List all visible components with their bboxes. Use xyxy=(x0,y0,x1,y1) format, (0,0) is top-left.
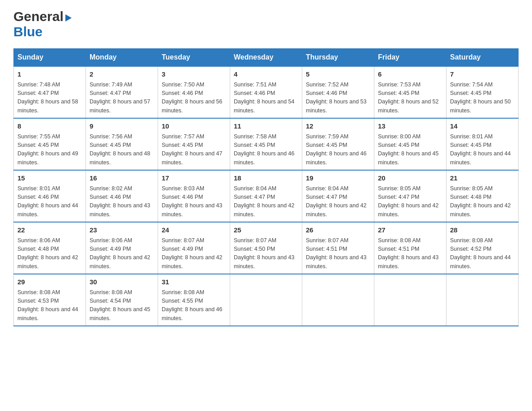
day-info: Sunrise: 8:08 AMSunset: 4:52 PMDaylight:… xyxy=(450,236,515,271)
day-info: Sunrise: 7:49 AMSunset: 4:47 PMDaylight:… xyxy=(90,81,154,116)
calendar-week-row: 8Sunrise: 7:55 AMSunset: 4:45 PMDaylight… xyxy=(14,118,519,170)
day-number: 29 xyxy=(17,277,82,287)
weekday-header-thursday: Thursday xyxy=(302,49,374,67)
day-number: 4 xyxy=(234,69,298,80)
day-info: Sunrise: 8:03 AMSunset: 4:46 PMDaylight:… xyxy=(162,184,226,219)
calendar-cell: 6Sunrise: 7:53 AMSunset: 4:45 PMDaylight… xyxy=(374,66,446,118)
day-info: Sunrise: 8:05 AMSunset: 4:47 PMDaylight:… xyxy=(378,184,442,219)
calendar-table: SundayMondayTuesdayWednesdayThursdayFrid… xyxy=(13,48,519,326)
calendar-cell: 24Sunrise: 8:07 AMSunset: 4:49 PMDayligh… xyxy=(158,222,230,274)
day-info: Sunrise: 8:01 AMSunset: 4:46 PMDaylight:… xyxy=(17,184,82,219)
calendar-cell: 13Sunrise: 8:00 AMSunset: 4:45 PMDayligh… xyxy=(374,118,446,170)
day-info: Sunrise: 8:08 AMSunset: 4:53 PMDaylight:… xyxy=(17,288,82,323)
day-info: Sunrise: 7:54 AMSunset: 4:45 PMDaylight:… xyxy=(450,81,515,116)
day-number: 14 xyxy=(450,121,515,132)
day-info: Sunrise: 7:55 AMSunset: 4:45 PMDaylight:… xyxy=(17,133,82,167)
calendar-cell: 11Sunrise: 7:58 AMSunset: 4:45 PMDayligh… xyxy=(230,118,302,170)
day-info: Sunrise: 8:07 AMSunset: 4:49 PMDaylight:… xyxy=(162,236,226,271)
calendar-cell: 20Sunrise: 8:05 AMSunset: 4:47 PMDayligh… xyxy=(374,170,446,222)
calendar-cell: 28Sunrise: 8:08 AMSunset: 4:52 PMDayligh… xyxy=(446,222,519,274)
calendar-cell: 9Sunrise: 7:56 AMSunset: 4:45 PMDaylight… xyxy=(86,118,158,170)
weekday-header-friday: Friday xyxy=(374,49,446,67)
calendar-cell: 1Sunrise: 7:48 AMSunset: 4:47 PMDaylight… xyxy=(14,66,86,118)
day-info: Sunrise: 8:00 AMSunset: 4:45 PMDaylight:… xyxy=(378,133,442,167)
calendar-cell: 8Sunrise: 7:55 AMSunset: 4:45 PMDaylight… xyxy=(14,118,86,170)
calendar-cell: 12Sunrise: 7:59 AMSunset: 4:45 PMDayligh… xyxy=(302,118,374,170)
day-info: Sunrise: 7:59 AMSunset: 4:45 PMDaylight:… xyxy=(306,133,370,167)
day-info: Sunrise: 8:08 AMSunset: 4:55 PMDaylight:… xyxy=(162,288,226,323)
calendar-cell: 7Sunrise: 7:54 AMSunset: 4:45 PMDaylight… xyxy=(446,66,519,118)
day-number: 20 xyxy=(378,173,442,184)
logo-blue-text: Blue xyxy=(13,24,43,39)
day-info: Sunrise: 7:56 AMSunset: 4:45 PMDaylight:… xyxy=(90,133,154,167)
day-number: 10 xyxy=(162,121,226,132)
day-number: 27 xyxy=(378,225,442,235)
calendar-cell xyxy=(302,274,374,326)
calendar-cell: 18Sunrise: 8:04 AMSunset: 4:47 PMDayligh… xyxy=(230,170,302,222)
calendar-cell xyxy=(374,274,446,326)
calendar-cell: 3Sunrise: 7:50 AMSunset: 4:46 PMDaylight… xyxy=(158,66,230,118)
day-number: 5 xyxy=(306,69,370,80)
weekday-header-sunday: Sunday xyxy=(14,49,86,67)
day-number: 3 xyxy=(162,69,226,80)
day-info: Sunrise: 7:50 AMSunset: 4:46 PMDaylight:… xyxy=(162,81,226,116)
day-info: Sunrise: 8:04 AMSunset: 4:47 PMDaylight:… xyxy=(234,184,298,219)
calendar-cell: 5Sunrise: 7:52 AMSunset: 4:46 PMDaylight… xyxy=(302,66,374,118)
calendar-cell: 4Sunrise: 7:51 AMSunset: 4:46 PMDaylight… xyxy=(230,66,302,118)
day-number: 2 xyxy=(90,69,154,80)
day-info: Sunrise: 8:07 AMSunset: 4:51 PMDaylight:… xyxy=(306,236,370,271)
logo-triangle-icon xyxy=(65,14,72,21)
day-info: Sunrise: 7:58 AMSunset: 4:45 PMDaylight:… xyxy=(234,133,298,167)
calendar-cell: 21Sunrise: 8:05 AMSunset: 4:48 PMDayligh… xyxy=(446,170,519,222)
day-number: 28 xyxy=(450,225,515,235)
day-info: Sunrise: 8:07 AMSunset: 4:50 PMDaylight:… xyxy=(234,236,298,271)
day-info: Sunrise: 8:06 AMSunset: 4:49 PMDaylight:… xyxy=(90,236,154,271)
day-number: 6 xyxy=(378,69,442,80)
day-info: Sunrise: 7:53 AMSunset: 4:45 PMDaylight:… xyxy=(378,81,442,116)
day-info: Sunrise: 8:05 AMSunset: 4:48 PMDaylight:… xyxy=(450,184,515,219)
day-number: 15 xyxy=(17,173,82,184)
page-header: General Blue xyxy=(13,9,519,39)
day-number: 13 xyxy=(378,121,442,132)
logo-general-text: General xyxy=(13,9,64,24)
day-number: 21 xyxy=(450,173,515,184)
day-number: 1 xyxy=(17,69,82,80)
calendar-cell xyxy=(230,274,302,326)
day-number: 24 xyxy=(162,225,226,235)
calendar-cell: 23Sunrise: 8:06 AMSunset: 4:49 PMDayligh… xyxy=(86,222,158,274)
calendar-cell: 15Sunrise: 8:01 AMSunset: 4:46 PMDayligh… xyxy=(14,170,86,222)
day-number: 23 xyxy=(90,225,154,235)
day-number: 11 xyxy=(234,121,298,132)
day-info: Sunrise: 7:48 AMSunset: 4:47 PMDaylight:… xyxy=(17,81,82,116)
day-info: Sunrise: 7:57 AMSunset: 4:45 PMDaylight:… xyxy=(162,133,226,167)
logo: General Blue xyxy=(13,9,72,39)
calendar-week-row: 1Sunrise: 7:48 AMSunset: 4:47 PMDaylight… xyxy=(14,66,519,118)
weekday-header-wednesday: Wednesday xyxy=(230,49,302,67)
calendar-cell: 31Sunrise: 8:08 AMSunset: 4:55 PMDayligh… xyxy=(158,274,230,326)
day-number: 26 xyxy=(306,225,370,235)
calendar-cell: 17Sunrise: 8:03 AMSunset: 4:46 PMDayligh… xyxy=(158,170,230,222)
weekday-header-row: SundayMondayTuesdayWednesdayThursdayFrid… xyxy=(14,49,519,67)
calendar-cell: 10Sunrise: 7:57 AMSunset: 4:45 PMDayligh… xyxy=(158,118,230,170)
day-number: 30 xyxy=(90,277,154,287)
day-info: Sunrise: 8:02 AMSunset: 4:46 PMDaylight:… xyxy=(90,184,154,219)
calendar-cell: 19Sunrise: 8:04 AMSunset: 4:47 PMDayligh… xyxy=(302,170,374,222)
day-number: 25 xyxy=(234,225,298,235)
day-info: Sunrise: 7:51 AMSunset: 4:46 PMDaylight:… xyxy=(234,81,298,116)
day-number: 18 xyxy=(234,173,298,184)
calendar-cell xyxy=(446,274,519,326)
day-number: 19 xyxy=(306,173,370,184)
day-number: 9 xyxy=(90,121,154,132)
day-number: 17 xyxy=(162,173,226,184)
calendar-cell: 29Sunrise: 8:08 AMSunset: 4:53 PMDayligh… xyxy=(14,274,86,326)
day-number: 22 xyxy=(17,225,82,235)
calendar-cell: 25Sunrise: 8:07 AMSunset: 4:50 PMDayligh… xyxy=(230,222,302,274)
calendar-cell: 27Sunrise: 8:08 AMSunset: 4:51 PMDayligh… xyxy=(374,222,446,274)
calendar-week-row: 29Sunrise: 8:08 AMSunset: 4:53 PMDayligh… xyxy=(14,274,519,326)
calendar-cell: 22Sunrise: 8:06 AMSunset: 4:48 PMDayligh… xyxy=(14,222,86,274)
calendar-cell: 30Sunrise: 8:08 AMSunset: 4:54 PMDayligh… xyxy=(86,274,158,326)
weekday-header-monday: Monday xyxy=(86,49,158,67)
calendar-week-row: 22Sunrise: 8:06 AMSunset: 4:48 PMDayligh… xyxy=(14,222,519,274)
day-info: Sunrise: 8:04 AMSunset: 4:47 PMDaylight:… xyxy=(306,184,370,219)
day-info: Sunrise: 8:08 AMSunset: 4:54 PMDaylight:… xyxy=(90,288,154,323)
